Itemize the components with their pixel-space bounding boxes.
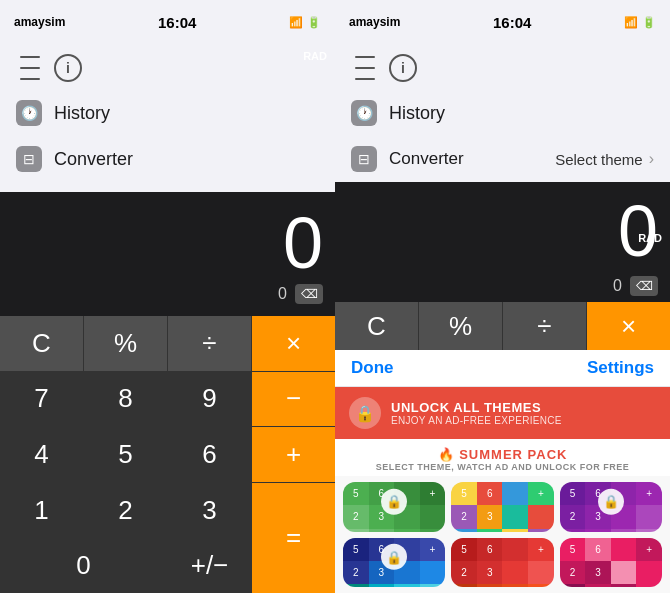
right-wifi-icon: 📶 bbox=[624, 16, 638, 29]
select-theme-row[interactable]: ⊟ Converter Select theme › bbox=[335, 136, 670, 182]
btn-multiply[interactable]: × bbox=[252, 316, 335, 371]
btn-4[interactable]: 4 bbox=[0, 427, 83, 482]
history-menu-item[interactable]: 🕐 History bbox=[0, 90, 335, 136]
right-carrier: amaysim bbox=[349, 15, 400, 29]
btn-9[interactable]: 9 bbox=[168, 372, 251, 427]
right-converter-icon: ⊟ bbox=[351, 146, 377, 172]
right-btn-divide[interactable]: ÷ bbox=[503, 302, 586, 350]
summer-pack-subtitle: SELECT THEME, WATCH AD AND UNLOCK FOR FR… bbox=[335, 462, 670, 472]
btn-divide[interactable]: ÷ bbox=[168, 316, 251, 371]
left-calculator-panel: amaysim 16:04 📶 🔋 i 🕐 History ⊟ Converte… bbox=[0, 0, 335, 593]
btn-1[interactable]: 1 bbox=[0, 483, 83, 538]
chevron-right-icon: › bbox=[649, 150, 654, 168]
btn-percent[interactable]: % bbox=[84, 316, 167, 371]
btn-7[interactable]: 7 bbox=[0, 372, 83, 427]
right-menu-drawer: i 🕐 History ⊟ Converter Select theme › bbox=[335, 44, 670, 182]
btn-equals[interactable]: = bbox=[252, 483, 335, 593]
leaves-lock-icon: 🔒 bbox=[381, 489, 407, 515]
left-carrier: amaysim bbox=[14, 15, 65, 29]
left-display-area: RAD 0 0 ⌫ bbox=[0, 192, 335, 316]
left-status-bar: amaysim 16:04 📶 🔋 bbox=[0, 0, 335, 44]
btn-plus[interactable]: + bbox=[252, 427, 335, 482]
right-btn-percent[interactable]: % bbox=[419, 302, 502, 350]
info-icon[interactable]: i bbox=[54, 54, 82, 82]
right-backspace-btn[interactable]: ⌫ bbox=[630, 276, 658, 296]
theme-fireworks[interactable]: 56+ 23 Fireworks bbox=[560, 538, 662, 588]
theme-volcano[interactable]: 56+ 23 Volcano bbox=[451, 538, 553, 588]
left-rad-label: RAD bbox=[303, 50, 327, 62]
btn-6[interactable]: 6 bbox=[168, 427, 251, 482]
action-bar: Done Settings bbox=[335, 350, 670, 387]
fireworks-preview: 56+ 23 bbox=[560, 538, 662, 588]
right-status-icons: 📶 🔋 bbox=[624, 16, 656, 29]
done-button[interactable]: Done bbox=[351, 358, 394, 378]
theme-leaves[interactable]: 56+ 23 🔒 Leaves bbox=[343, 482, 445, 532]
right-history-label: History bbox=[389, 103, 445, 124]
right-converter-label: Converter bbox=[389, 149, 464, 169]
aurora-lock-icon: 🔒 bbox=[381, 544, 407, 570]
unlock-title: UNLOCK ALL THEMES bbox=[391, 400, 562, 415]
btn-c[interactable]: C bbox=[0, 316, 83, 371]
right-calc-partial: C % ÷ × bbox=[335, 302, 670, 350]
lock-icon: 🔒 bbox=[349, 397, 381, 429]
wifi-icon: 📶 bbox=[289, 16, 303, 29]
right-input-value: 0 bbox=[613, 277, 622, 295]
right-btn-multiply[interactable]: × bbox=[587, 302, 670, 350]
volcano-preview: 56+ 23 bbox=[451, 538, 553, 588]
unlock-banner[interactable]: 🔒 UNLOCK ALL THEMES ENJOY AN AD-FREE EXP… bbox=[335, 387, 670, 439]
left-menu-top-row: i bbox=[0, 50, 335, 90]
converter-menu-item[interactable]: ⊟ Converter bbox=[0, 136, 335, 182]
summer-pack-title: 🔥 SUMMER PACK bbox=[335, 447, 670, 462]
left-status-icons: 📶 🔋 bbox=[289, 16, 321, 29]
btn-5[interactable]: 5 bbox=[84, 427, 167, 482]
btn-8[interactable]: 8 bbox=[84, 372, 167, 427]
left-display-row: 0 bbox=[12, 202, 323, 284]
left-backspace-btn[interactable]: ⌫ bbox=[295, 284, 323, 304]
right-display-input-row: 0 ⌫ bbox=[335, 276, 670, 302]
right-display-container: RAD 0 0 ⌫ bbox=[335, 182, 670, 302]
right-hamburger-icon[interactable] bbox=[351, 54, 379, 82]
right-info-icon[interactable]: i bbox=[389, 54, 417, 82]
btn-2[interactable]: 2 bbox=[84, 483, 167, 538]
right-btn-c[interactable]: C bbox=[335, 302, 418, 350]
right-menu-top-row: i bbox=[335, 50, 670, 90]
btn-minus[interactable]: − bbox=[252, 372, 335, 427]
history-icon: 🕐 bbox=[16, 100, 42, 126]
right-display-row: 0 bbox=[335, 182, 670, 276]
hamburger-icon[interactable] bbox=[16, 54, 44, 82]
theme-aurora[interactable]: 56+ 23 🔒 Aurora bbox=[343, 538, 445, 588]
mosaic-preview: 56+ 23 bbox=[451, 482, 553, 532]
left-calc-buttons: C % ÷ × 7 8 9 − 4 5 6 + 1 2 3 = 0 +/− bbox=[0, 316, 335, 593]
right-status-bar: amaysim 16:04 📶 🔋 bbox=[335, 0, 670, 44]
unlock-subtitle: ENJOY AN AD-FREE EXPERIENCE bbox=[391, 415, 562, 426]
left-display-value: 0 bbox=[12, 202, 323, 284]
right-panel: amaysim 16:04 📶 🔋 i 🕐 History ⊟ Converte… bbox=[335, 0, 670, 593]
summer-pack-header: 🔥 SUMMER PACK SELECT THEME, WATCH AD AND… bbox=[335, 439, 670, 476]
select-theme-label: Select theme bbox=[555, 151, 643, 168]
btn-plusminus[interactable]: +/− bbox=[168, 538, 251, 593]
right-time: 16:04 bbox=[493, 14, 531, 31]
right-history-menu-item[interactable]: 🕐 History bbox=[335, 90, 670, 136]
theme-deep-purple[interactable]: 56+ 23 🔒 Deep Purple bbox=[560, 482, 662, 532]
converter-label: Converter bbox=[54, 149, 133, 170]
converter-icon: ⊟ bbox=[16, 146, 42, 172]
left-time: 16:04 bbox=[158, 14, 196, 31]
left-display-input-row: 0 ⌫ bbox=[12, 284, 323, 304]
history-label: History bbox=[54, 103, 110, 124]
left-menu-drawer: i 🕐 History ⊟ Converter bbox=[0, 44, 335, 192]
settings-button[interactable]: Settings bbox=[587, 358, 654, 378]
right-history-icon: 🕐 bbox=[351, 100, 377, 126]
btn-0[interactable]: 0 bbox=[0, 538, 167, 593]
battery-icon: 🔋 bbox=[307, 16, 321, 29]
theme-mosaic[interactable]: 56+ 23 Mosaic bbox=[451, 482, 553, 532]
btn-3[interactable]: 3 bbox=[168, 483, 251, 538]
right-rad-label: RAD bbox=[638, 232, 662, 244]
deep-purple-lock-icon: 🔒 bbox=[598, 489, 624, 515]
left-input-value: 0 bbox=[278, 285, 287, 303]
right-display-value: 0 bbox=[618, 190, 658, 272]
themes-grid: 56+ 23 🔒 Leaves 56+ 23 Mosaic 56+ 23 🔒 bbox=[335, 476, 670, 593]
right-battery-icon: 🔋 bbox=[642, 16, 656, 29]
